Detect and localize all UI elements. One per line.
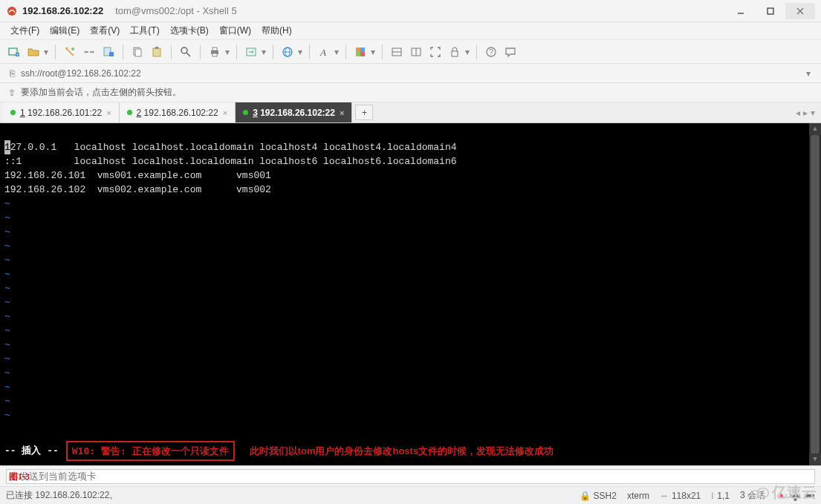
help-icon[interactable]: ? — [483, 44, 499, 60]
layout-vertical-icon[interactable] — [408, 44, 424, 60]
tab-close-icon[interactable]: × — [223, 108, 227, 117]
scroll-up-icon[interactable]: ▲ — [809, 123, 821, 135]
xftp-dropdown[interactable]: ▾ — [261, 47, 267, 57]
xftp-icon[interactable] — [243, 44, 259, 60]
close-button[interactable] — [785, 3, 815, 19]
vim-eob-tilde: ~ — [4, 325, 10, 336]
titlebar: 192.168.26.102:22 tom@vms002:/opt - Xshe… — [0, 0, 821, 22]
font-icon[interactable]: A — [316, 44, 332, 60]
scroll-down-icon[interactable]: ▼ — [809, 454, 821, 465]
vim-eob-tilde: ~ — [4, 396, 10, 407]
feedback-icon[interactable] — [502, 44, 519, 60]
tab-3[interactable]: 3 192.168.26.102:22 × — [236, 102, 352, 122]
send-bar: 图1-3 — [0, 465, 821, 486]
status-size: 118x21 — [672, 491, 701, 501]
web-icon[interactable] — [279, 44, 296, 60]
vim-eob-tilde: ~ — [4, 269, 10, 280]
tab-1[interactable]: 1 192.168.26.101:22 × — [3, 102, 120, 122]
menubar: 文件(F) 编辑(E) 查看(V) 工具(T) 选项卡(B) 窗口(W) 帮助(… — [0, 22, 821, 40]
vim-status-line: -- 插入 -- W10: 警告: 正在修改一个只读文件 此时我们以tom用户的… — [4, 441, 554, 461]
svg-rect-27 — [356, 48, 360, 52]
tab-2[interactable]: 2 192.168.26.102:22 × — [120, 102, 236, 122]
minimize-button[interactable] — [726, 3, 756, 19]
terminal-scrollbar[interactable]: ▲ ▼ — [809, 123, 821, 465]
font-dropdown[interactable]: ▾ — [334, 47, 340, 57]
vim-eob-tilde: ~ — [4, 382, 10, 393]
open-session-icon[interactable] — [25, 44, 42, 60]
address-dropdown[interactable]: ▾ — [802, 68, 815, 79]
tab-number: 2 — [137, 108, 142, 118]
svg-point-9 — [85, 50, 87, 53]
status-dot-icon — [127, 110, 132, 115]
vim-eob-tilde: ~ — [4, 226, 10, 238]
disconnect-icon[interactable] — [81, 44, 97, 60]
print-icon[interactable] — [207, 44, 223, 60]
properties-icon[interactable] — [100, 44, 117, 60]
terminal-cursor: 1 — [4, 140, 10, 154]
svg-text:A: A — [319, 47, 326, 58]
terminal-line: ::1 localhost localhost.localdomain loca… — [4, 156, 457, 167]
svg-rect-35 — [452, 51, 458, 56]
fullscreen-icon[interactable] — [427, 44, 444, 60]
status-termtype: xterm — [627, 491, 649, 501]
tab-menu-icon[interactable]: ▾ — [811, 108, 815, 118]
lock-icon[interactable] — [447, 44, 463, 60]
menu-help[interactable]: 帮助(H) — [259, 23, 295, 39]
session-down-icon[interactable]: ➕ — [790, 491, 801, 501]
svg-rect-30 — [360, 52, 365, 56]
paste-icon[interactable] — [149, 44, 165, 60]
send-input[interactable] — [6, 469, 815, 484]
menu-tools[interactable]: 工具(T) — [127, 23, 162, 39]
tab-close-icon[interactable]: × — [340, 108, 344, 117]
session-tabs: 1 192.168.26.101:22 × 2 192.168.26.102:2… — [0, 102, 821, 123]
svg-rect-2 — [768, 8, 773, 14]
open-dropdown[interactable]: ▾ — [43, 47, 49, 57]
title-host: 192.168.26.102:22 — [22, 5, 103, 16]
hint-arrow-icon[interactable]: ⇪ — [6, 88, 18, 98]
svg-rect-14 — [135, 49, 141, 56]
app-icon — [6, 5, 18, 17]
find-icon[interactable] — [178, 44, 194, 60]
menu-edit[interactable]: 编辑(E) — [47, 23, 82, 39]
lock-dropdown[interactable]: ▾ — [464, 47, 470, 57]
tab-prev-icon[interactable]: ◂ — [796, 108, 800, 118]
web-dropdown[interactable]: ▾ — [297, 47, 303, 57]
reconnect-icon[interactable] — [62, 44, 78, 60]
vim-eob-tilde: ~ — [4, 311, 10, 322]
menu-view[interactable]: 查看(V) — [87, 23, 123, 39]
tab-next-icon[interactable]: ▸ — [803, 108, 808, 118]
scroll-thumb[interactable] — [811, 135, 820, 454]
maximize-button[interactable] — [756, 3, 785, 19]
new-session-icon[interactable]: + — [6, 44, 22, 60]
svg-rect-28 — [360, 48, 365, 52]
menu-tabs[interactable]: 选项卡(B) — [167, 23, 212, 39]
tab-close-icon[interactable]: × — [106, 108, 111, 117]
terminal-line: 127.0.0.1 localhost localhost.localdomai… — [4, 142, 457, 153]
vim-eob-tilde: ~ — [4, 240, 10, 252]
color-dropdown[interactable]: ▾ — [370, 47, 376, 57]
add-tab-button[interactable]: + — [355, 105, 373, 120]
svg-point-0 — [7, 7, 16, 16]
vim-mode: -- 插入 -- — [4, 444, 59, 458]
vim-eob-tilde: ~ — [4, 297, 10, 308]
svg-rect-21 — [212, 53, 217, 56]
pos-icon: ⁞ — [711, 491, 714, 501]
print-dropdown[interactable]: ▾ — [224, 47, 230, 57]
vim-warning: W10: 警告: 正在修改一个只读文件 — [66, 441, 235, 461]
address-icon: ⎘ — [6, 68, 18, 79]
menu-file[interactable]: 文件(F) — [7, 23, 42, 39]
status-connection: 已连接 192.168.26.102:22。 — [6, 489, 118, 502]
status-pos: 1,1 — [717, 491, 730, 501]
status-dot-icon — [10, 110, 16, 115]
hint-text: 要添加当前会话，点击左侧的箭头按钮。 — [21, 86, 181, 99]
session-minus-icon[interactable]: ➖ — [804, 491, 815, 501]
color-scheme-icon[interactable] — [352, 44, 369, 60]
tab-label: 192.168.26.101:22 — [27, 108, 102, 118]
address-text[interactable]: ssh://root@192.168.26.102:22 — [21, 68, 802, 79]
terminal[interactable]: 127.0.0.1 localhost localhost.localdomai… — [0, 123, 821, 465]
session-up-icon[interactable]: 🔺 — [776, 491, 787, 501]
menu-window[interactable]: 窗口(W) — [216, 23, 254, 39]
size-icon: ↔ — [660, 491, 669, 501]
copy-icon[interactable] — [129, 44, 146, 60]
layout-horizontal-icon[interactable] — [389, 44, 405, 60]
